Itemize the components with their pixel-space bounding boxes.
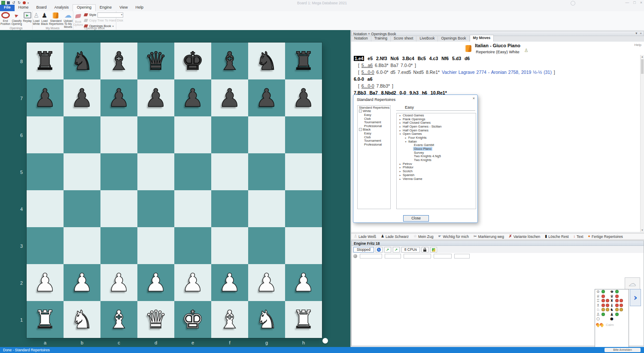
collapsed-icon[interactable]: ▸ (398, 118, 402, 121)
square[interactable] (27, 153, 64, 190)
chess-board[interactable]: ♜♞♝♛♚♝♞♜♟♟♟♟♟♟♟♟♟♟♟♟♟♟♟♟♜♞♝♛♚♝♞♜ (27, 43, 322, 338)
square[interactable]: ♟ (211, 264, 248, 301)
collapse-icon[interactable]: - (359, 110, 362, 113)
category-item-professional[interactable]: Professional (358, 124, 390, 128)
tab-livebook[interactable]: LiveBook (416, 36, 438, 42)
replay-button[interactable]: ▶Replay (23, 12, 32, 22)
black-piece[interactable]: ♜ (285, 43, 322, 79)
scroll-down-icon[interactable]: ▼ (641, 229, 644, 231)
square[interactable] (100, 190, 137, 227)
category-item-black[interactable]: -Black (358, 128, 390, 132)
square[interactable] (100, 227, 137, 264)
dialog-close-button[interactable]: Close (403, 215, 429, 222)
text-button[interactable]: ↓Text (574, 234, 583, 239)
opening-item-half-open-games-sicilian[interactable]: ▸Half Open Games - Sicilian (397, 125, 476, 128)
opening-item-evans-gambit[interactable]: Evans Gambit (397, 143, 476, 147)
black-piece[interactable]: ♞ (248, 43, 285, 79)
white-piece[interactable]: ♝ (211, 301, 248, 338)
tab-notation[interactable]: Notation (351, 36, 371, 42)
move-text[interactable]: 5...a6 (361, 63, 373, 68)
tab-openings-book[interactable]: Openings Book (438, 36, 469, 42)
current-move[interactable]: 1.e4 (354, 56, 364, 61)
menu-tab-analysis[interactable]: Analysis (51, 5, 73, 11)
square[interactable] (137, 227, 174, 264)
square[interactable] (174, 153, 211, 190)
minimize-button[interactable]: — (625, 0, 629, 5)
white-piece[interactable]: ♟ (100, 264, 137, 301)
opening-item-two-knights-4-ng5[interactable]: Two Knights 4.Ng5 (397, 155, 476, 158)
black-piece[interactable]: ♝ (211, 43, 248, 79)
remove-mark-button[interactable]: ✂Markierung weg (474, 234, 504, 239)
square[interactable]: ♟ (211, 79, 248, 116)
collapsed-icon[interactable]: ▸ (398, 166, 402, 169)
end-position-button[interactable]: End Position (0, 12, 10, 25)
square[interactable]: ♝ (100, 43, 137, 79)
menu-tab-help[interactable]: Help (132, 5, 148, 11)
opening-item-two-knights[interactable]: Two Knights (397, 158, 476, 162)
square[interactable]: ♜ (285, 301, 322, 338)
square[interactable]: ♞ (248, 301, 285, 338)
menu-tab-file[interactable]: File (0, 5, 15, 11)
square[interactable] (27, 227, 64, 264)
opening-item-spanish[interactable]: ▸Spanish (397, 173, 476, 177)
square[interactable]: ♚ (174, 43, 211, 79)
square[interactable] (211, 153, 248, 190)
square[interactable]: ♜ (27, 43, 64, 79)
square[interactable] (285, 116, 322, 153)
collapsed-icon[interactable]: ▸ (398, 170, 402, 173)
square[interactable]: ♟ (100, 264, 137, 301)
square[interactable]: ♟ (27, 264, 64, 301)
engine-stopped-button[interactable]: Stopped (353, 247, 374, 253)
opening-item-open-games[interactable]: ▾Open Games (397, 132, 476, 136)
square[interactable] (100, 153, 137, 190)
square[interactable] (64, 190, 100, 227)
login-status-button[interactable]: Bitte Anmelden (605, 348, 641, 352)
menu-tab-engine[interactable]: Engine (96, 5, 115, 11)
square[interactable] (248, 116, 285, 153)
opening-item-italian[interactable]: ▾Italian (397, 140, 476, 143)
square[interactable] (174, 227, 211, 264)
dialog-close-icon[interactable]: × (473, 96, 475, 100)
white-piece[interactable]: ♝ (100, 301, 137, 338)
load-white-button[interactable]: ♙Load White (33, 12, 40, 25)
opening-item-giuco-piano[interactable]: Giuco Piano (397, 147, 476, 151)
white-piece[interactable]: ♟ (27, 264, 64, 301)
black-piece[interactable]: ♜ (27, 43, 64, 79)
opening-item-flank-openings[interactable]: ▸Flank Openings (397, 117, 476, 121)
cpus-button[interactable]: 8 CPUs (401, 247, 420, 253)
engine-arrow-button-1[interactable]: ↗ (384, 247, 391, 253)
white-piece[interactable]: ♟ (137, 264, 174, 301)
engine-field-5[interactable] (454, 254, 470, 259)
square[interactable]: ♟ (285, 264, 322, 301)
square[interactable]: ♟ (248, 79, 285, 116)
opening-item-vienna-game[interactable]: ▸Vienna Game (397, 177, 476, 181)
category-item-easy[interactable]: Easy (358, 113, 390, 117)
white-piece[interactable]: ♜ (285, 301, 322, 338)
category-item-standard-repertoires[interactable]: Standard Repertoires (358, 106, 390, 110)
panel-collapse-icon[interactable]: ▾ (635, 31, 637, 35)
black-piece[interactable]: ♟ (27, 79, 64, 116)
square[interactable]: ♝ (211, 301, 248, 338)
square[interactable]: ♞ (64, 43, 100, 79)
engine-settings-button[interactable] (430, 247, 437, 253)
close-button[interactable]: × (640, 0, 642, 5)
style-combobox[interactable]: ▾ (97, 12, 123, 18)
collapsed-icon[interactable]: ▸ (398, 125, 402, 128)
opening-item-survey[interactable]: Survey (397, 151, 476, 155)
white-piece[interactable]: ♚ (174, 301, 211, 338)
help-link[interactable]: Help (635, 43, 641, 47)
expand-panel-button[interactable]: › (630, 289, 641, 306)
square[interactable] (64, 116, 100, 153)
black-piece[interactable]: ♟ (100, 79, 137, 116)
square[interactable] (211, 116, 248, 153)
expanded-icon[interactable]: ▾ (404, 140, 407, 143)
square[interactable] (137, 153, 174, 190)
square[interactable]: ♟ (64, 264, 100, 301)
square[interactable]: ♟ (64, 79, 100, 116)
menu-tab-board[interactable]: Board (33, 5, 51, 11)
opening-item-half-closed-games[interactable]: ▸Half Closed Games (397, 121, 476, 125)
opening-item-petrov[interactable]: ▸Petrov (397, 162, 476, 166)
square[interactable]: ♟ (174, 264, 211, 301)
square[interactable]: ♛ (137, 301, 174, 338)
black-piece[interactable]: ♟ (285, 79, 322, 116)
